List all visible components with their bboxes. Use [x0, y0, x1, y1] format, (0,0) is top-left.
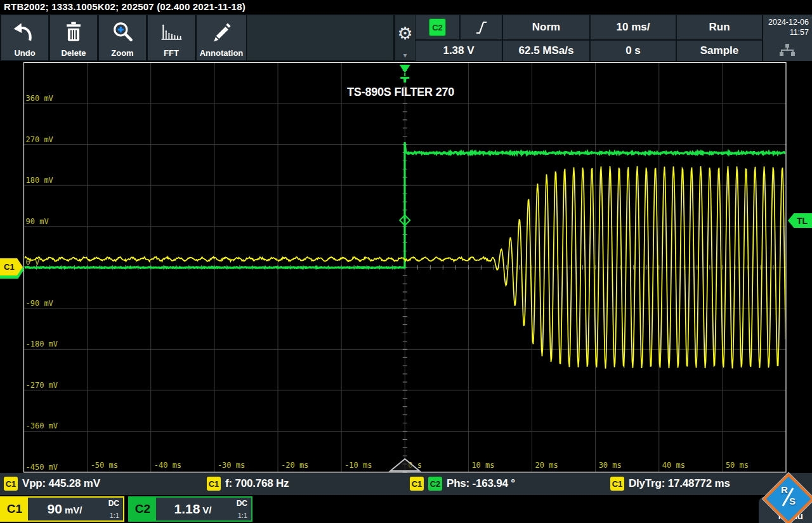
time-value: 11:57 — [790, 28, 809, 37]
x-axis-label: -50 ms — [91, 461, 118, 470]
date-value: 2024-12-06 — [768, 18, 809, 27]
toolbar-spacer — [247, 15, 393, 60]
fft-label: FFT — [148, 48, 195, 58]
pencil-icon — [197, 19, 246, 46]
acquisition-state-value: Run — [709, 21, 730, 34]
sample-rate-value: 62.5 MSa/s — [519, 44, 574, 57]
y-axis-label: 270 mV — [26, 135, 53, 144]
y-axis-label: 180 mV — [26, 176, 53, 185]
trigger-mode-cell[interactable]: Norm — [503, 15, 589, 39]
trigger-position-marker-icon[interactable] — [400, 65, 410, 73]
y-axis-label: -450 mV — [26, 463, 58, 472]
settings-column[interactable]: ⚙ ▾ — [395, 15, 415, 60]
x-axis-label: 40 ms — [662, 461, 685, 470]
delete-label: Delete — [50, 48, 97, 58]
x-axis-label: 30 ms — [599, 461, 622, 470]
channel1-scale-unit: mV/ — [65, 505, 82, 515]
y-axis-label: 0 V — [26, 258, 40, 267]
channel2-settings-button[interactable]: C2 1.18 V/ DC 1:1 — [128, 496, 252, 522]
channel2-scale-value: 1.18 — [174, 501, 200, 517]
channel1-badge: C1 — [410, 477, 424, 491]
y-axis-label: -270 mV — [26, 381, 58, 390]
measurement-phase-text: Phs: -163.94 ° — [447, 477, 515, 490]
x-axis-label: 10 ms — [471, 461, 494, 470]
gear-icon[interactable]: ⚙ — [395, 25, 415, 43]
rising-edge-icon — [475, 19, 488, 36]
device-id-text: RTB2002; 1333.1005K02; 202507 (02.400 20… — [4, 1, 246, 12]
x-axis-label: 50 ms — [726, 461, 749, 470]
trash-icon — [50, 19, 97, 46]
channel2-coupling: DC — [237, 499, 247, 508]
trigger-source-badge: C2 — [429, 18, 446, 36]
trigger-marker-tbar — [400, 77, 409, 79]
channel1-probe-ratio: 1:1 — [110, 512, 119, 519]
chevron-down-icon[interactable]: ▾ — [395, 51, 415, 59]
channel1-coupling: DC — [108, 499, 119, 508]
measurement-frequency: C1 f: 700.768 Hz — [207, 477, 289, 491]
undo-button[interactable]: Undo — [1, 15, 48, 60]
channel-settings-bar: C1 90 mV/ DC 1:1 C2 1.18 V/ DC 1:1 — [0, 495, 812, 523]
x-axis-label: -30 ms — [218, 461, 245, 470]
timebase-cell[interactable]: 10 ms/ — [591, 15, 676, 39]
trigger-marker-tstem — [403, 79, 406, 83]
datetime-panel[interactable]: 2024-12-06 11:57 — [763, 15, 812, 61]
magnifier-plus-icon — [99, 19, 146, 46]
undo-label: Undo — [1, 48, 48, 58]
y-axis-label: -360 mV — [26, 421, 58, 430]
channel2-label: C2 — [129, 498, 156, 520]
channel1-settings-button[interactable]: C1 90 mV/ DC 1:1 — [0, 496, 124, 522]
channel1-badge: C1 — [4, 477, 18, 491]
measurement-delaytrigger-text: DlyTrg: 17.48772 ms — [629, 477, 730, 490]
timebase-value: 10 ms/ — [617, 21, 650, 34]
trigger-level-cell[interactable]: 1.38 V — [416, 41, 502, 61]
measurement-phase: C1 C2 Phs: -163.94 ° — [410, 477, 515, 491]
waveform-display[interactable]: 360 mV270 mV180 mV90 mV0 V-90 mV-180 mV-… — [0, 61, 812, 473]
measurement-delaytrigger: C1 DlyTrg: 17.48772 ms — [610, 477, 730, 491]
channel1-marker-label: C1 — [4, 262, 15, 272]
channel1-badge: C1 — [207, 477, 221, 491]
zoom-button[interactable]: Zoom — [99, 15, 146, 60]
measurement-frequency-text: f: 700.768 Hz — [225, 477, 289, 490]
oscilloscope-screen: RTB2002; 1333.1005K02; 202507 (02.400 20… — [0, 0, 812, 523]
scope-graticule: 360 mV270 mV180 mV90 mV0 V-90 mV-180 mV-… — [0, 61, 812, 473]
measurement-vpp-text: Vpp: 445.28 mV — [22, 477, 100, 490]
y-axis-label: 90 mV — [26, 217, 49, 226]
acquisition-mode-value: Sample — [700, 44, 738, 57]
trigger-mode-value: Norm — [532, 21, 560, 34]
toolbar: Undo Delete Zoom FFT Annotation — [0, 14, 812, 61]
undo-icon — [1, 19, 48, 46]
annotation-label: Annotation — [197, 48, 246, 58]
trigger-source-cell[interactable]: C2 — [416, 15, 459, 39]
fft-button[interactable]: FFT — [148, 15, 195, 60]
lan-network-icon — [778, 43, 796, 60]
trigger-level-label: TL — [797, 216, 808, 226]
measurement-bar: C1 Vpp: 445.28 mV C1 f: 700.768 Hz C1 C2… — [0, 473, 812, 495]
channel2-badge: C2 — [428, 477, 442, 491]
horizontal-position-cell[interactable]: 0 s — [591, 41, 676, 61]
trigger-level-value: 1.38 V — [443, 44, 474, 57]
measurement-vpp: C1 Vpp: 445.28 mV — [4, 477, 100, 491]
x-axis-label: -20 ms — [281, 461, 308, 470]
sample-rate-cell[interactable]: 62.5 MSa/s — [503, 41, 589, 61]
title-bar: RTB2002; 1333.1005K02; 202507 (02.400 20… — [0, 0, 812, 14]
x-axis-label: -10 ms — [344, 461, 372, 470]
channel2-scale-unit: V/ — [202, 505, 211, 515]
acquisition-state-cell[interactable]: Run — [677, 15, 762, 39]
channel1-badge: C1 — [610, 477, 624, 491]
horizontal-position-value: 0 s — [625, 44, 641, 57]
acquisition-mode-cell[interactable]: Sample — [677, 41, 762, 61]
trigger-slope-cell[interactable] — [461, 15, 502, 39]
channel1-scale-value: 90 — [48, 501, 62, 517]
channel2-probe-ratio: 1:1 — [238, 512, 247, 519]
screen-annotation-text: TS-890S FILTER 270 — [347, 86, 454, 98]
annotation-button[interactable]: Annotation — [197, 15, 246, 60]
y-axis-label: -180 mV — [26, 340, 58, 348]
y-axis-label: 360 mV — [26, 94, 53, 103]
zoom-label: Zoom — [99, 48, 146, 58]
x-axis-label: -40 ms — [154, 461, 181, 470]
x-axis-label: 20 ms — [535, 461, 558, 470]
spectrum-icon — [148, 19, 195, 46]
channel1-label: C1 — [1, 498, 28, 520]
trigger-marker-stem — [404, 73, 405, 76]
delete-button[interactable]: Delete — [50, 15, 97, 60]
